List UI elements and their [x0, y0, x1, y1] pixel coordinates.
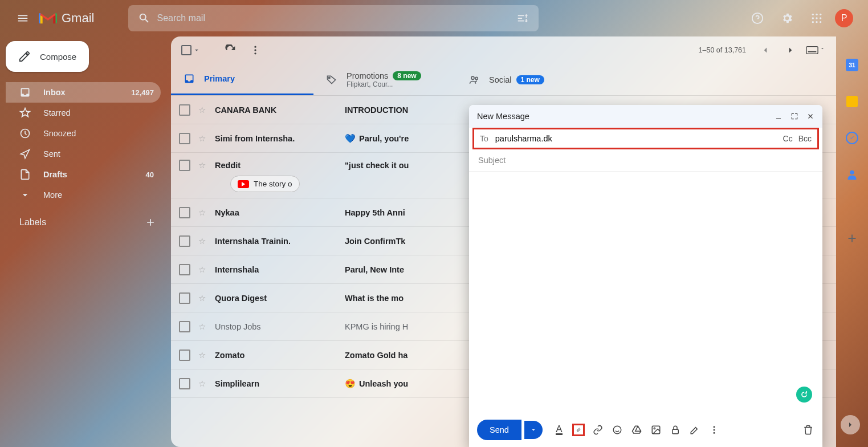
row-checkbox[interactable]	[179, 264, 190, 275]
compose-button[interactable]: Compose	[6, 41, 89, 72]
nav-list: Inbox 12,497 Starred Snoozed Sent Drafts…	[6, 82, 166, 205]
email-sender: Simplilearn	[215, 379, 345, 388]
sidebar-item-more[interactable]: More	[6, 185, 161, 205]
star-icon[interactable]: ☆	[198, 294, 206, 303]
discard-draft-icon[interactable]	[802, 424, 814, 436]
to-input[interactable]	[495, 134, 783, 143]
tasks-app-icon[interactable]	[841, 127, 863, 149]
tab-badge: 1 new	[516, 75, 544, 84]
star-icon[interactable]: ☆	[198, 237, 206, 246]
apps-icon[interactable]	[805, 7, 828, 30]
subject-input[interactable]	[478, 156, 813, 165]
email-sender: Internshala Trainin.	[215, 237, 345, 246]
svg-point-8	[816, 21, 817, 23]
row-checkbox[interactable]	[179, 133, 190, 144]
star-icon[interactable]: ☆	[198, 134, 206, 143]
row-checkbox[interactable]	[179, 235, 190, 247]
search-options-icon[interactable]	[510, 12, 535, 25]
sidebar-item-sent[interactable]: Sent	[6, 144, 161, 164]
svg-point-17	[471, 76, 474, 79]
row-checkbox[interactable]	[179, 292, 190, 304]
star-icon[interactable]: ☆	[198, 265, 206, 274]
email-subject: What is the mo	[345, 294, 404, 303]
star-icon[interactable]: ☆	[198, 208, 206, 217]
grammarly-icon[interactable]	[796, 387, 812, 403]
more-options-icon[interactable]	[708, 424, 720, 436]
tab-primary[interactable]: Primary	[171, 64, 313, 95]
email-subject: Zomato Gold ha	[345, 351, 407, 360]
formatting-icon[interactable]: A	[553, 424, 565, 436]
settings-icon[interactable]	[776, 7, 798, 30]
star-icon[interactable]: ☆	[198, 105, 206, 115]
row-checkbox[interactable]	[179, 207, 190, 218]
signature-icon[interactable]	[688, 424, 701, 436]
search-icon[interactable]	[132, 12, 157, 25]
sidebar-item-inbox[interactable]: Inbox 12,497	[6, 82, 161, 103]
tab-social[interactable]: Social 1 new	[456, 64, 598, 95]
sidebar-item-starred[interactable]: Starred	[6, 103, 161, 123]
minimize-icon[interactable]	[775, 112, 783, 120]
compose-body[interactable]	[469, 172, 822, 413]
chevron-down-icon	[19, 189, 33, 201]
input-tools-icon[interactable]	[803, 46, 828, 55]
attach-file-icon[interactable]	[572, 424, 585, 436]
svg-point-24	[713, 426, 715, 428]
attachment-chip[interactable]: The story o	[230, 176, 300, 192]
email-sender: Simi from Internsha.	[215, 134, 345, 143]
contacts-app-icon[interactable]	[841, 163, 863, 186]
sidebar-item-label: Snoozed	[43, 129, 76, 138]
send-options-button[interactable]	[524, 421, 543, 439]
svg-point-19	[850, 170, 854, 174]
row-checkbox[interactable]	[179, 350, 190, 361]
tab-promotions[interactable]: Promotions 8 new Flipkart, Cour...	[313, 64, 456, 95]
search-bar[interactable]	[128, 5, 539, 31]
compose-subject-field[interactable]	[469, 149, 822, 172]
add-label-icon[interactable]	[145, 217, 156, 228]
more-icon[interactable]	[243, 44, 268, 56]
sidebar-item-drafts[interactable]: Drafts 40	[6, 164, 161, 185]
next-page-icon[interactable]	[778, 45, 803, 55]
tab-label: Promotions	[347, 71, 388, 80]
search-input[interactable]	[157, 13, 510, 23]
fullscreen-icon[interactable]	[790, 112, 798, 120]
keep-app-icon[interactable]	[841, 90, 863, 113]
prev-page-icon[interactable]	[753, 45, 778, 55]
confidential-mode-icon[interactable]	[669, 424, 682, 436]
add-app-icon[interactable]	[841, 227, 863, 250]
row-checkbox[interactable]	[179, 160, 190, 171]
star-icon[interactable]: ☆	[198, 351, 206, 360]
row-checkbox[interactable]	[179, 321, 190, 332]
star-icon[interactable]: ☆	[198, 161, 206, 170]
insert-drive-icon[interactable]	[630, 424, 643, 436]
svg-point-12	[254, 49, 256, 51]
email-subject: 😍Unleash you	[345, 379, 408, 389]
send-button[interactable]: Send	[477, 420, 521, 440]
account-avatar[interactable]: P	[835, 9, 853, 27]
compose-header[interactable]: New Message	[469, 105, 822, 128]
insert-photo-icon[interactable]	[650, 424, 662, 436]
inbox-icon	[19, 87, 33, 98]
calendar-app-icon[interactable]: 31	[841, 54, 863, 76]
email-sender: Zomato	[215, 351, 345, 360]
bcc-button[interactable]: Bcc	[798, 134, 812, 143]
refresh-icon[interactable]	[218, 44, 243, 56]
insert-link-icon[interactable]	[592, 424, 604, 436]
row-checkbox[interactable]	[179, 104, 190, 116]
svg-point-25	[713, 429, 715, 431]
tab-label: Social	[489, 75, 512, 84]
main-menu-button[interactable]	[9, 5, 36, 32]
gmail-logo[interactable]: Gmail	[39, 11, 94, 26]
row-checkbox[interactable]	[179, 378, 190, 389]
select-all-checkbox[interactable]	[179, 43, 203, 58]
hide-side-panel-icon[interactable]	[841, 415, 860, 434]
support-icon[interactable]	[746, 7, 769, 30]
compose-to-field[interactable]: To Cc Bcc	[472, 128, 819, 149]
cc-button[interactable]: Cc	[783, 134, 793, 143]
insert-emoji-icon[interactable]	[611, 424, 624, 436]
email-subject: 💙Parul, you're	[345, 133, 409, 144]
header: Gmail P	[0, 0, 868, 36]
star-icon[interactable]: ☆	[198, 322, 206, 331]
star-icon[interactable]: ☆	[198, 379, 206, 388]
sidebar-item-snoozed[interactable]: Snoozed	[6, 123, 161, 144]
close-icon[interactable]	[806, 112, 814, 120]
